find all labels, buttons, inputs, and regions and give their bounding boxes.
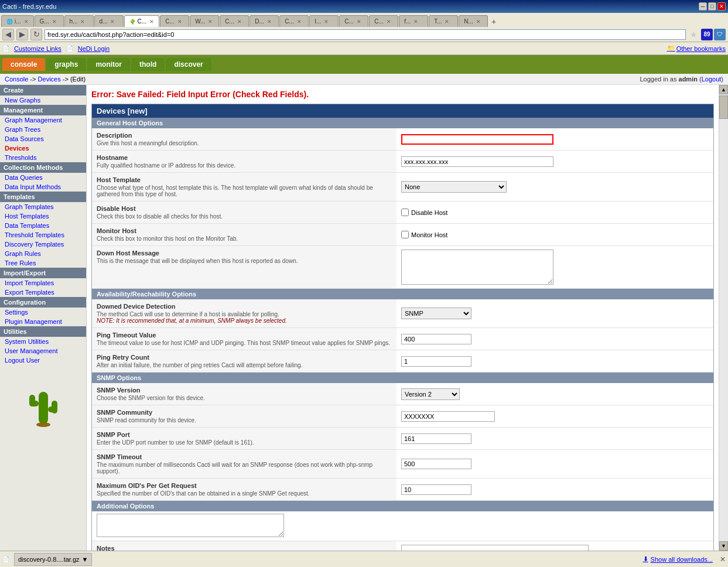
browser-tab-10[interactable]: I...✕ <box>309 15 339 27</box>
show-downloads-label: Show all downloads... <box>651 556 713 563</box>
browser-tab-13[interactable]: f...✕ <box>399 15 428 27</box>
down-host-message-textarea[interactable] <box>401 250 553 285</box>
notes-empty-textarea[interactable] <box>97 514 284 537</box>
scroll-up-button[interactable]: ▲ <box>719 85 728 94</box>
sidebar-item-thresholds[interactable]: Thresholds <box>0 153 86 162</box>
sidebar-item-data-queries[interactable]: Data Queries <box>0 173 86 182</box>
nav-tab-console[interactable]: console <box>2 58 45 71</box>
browser-tab-14[interactable]: T...✕ <box>429 15 458 27</box>
snmp-community-desc: SNMP read community for this device. <box>97 417 392 423</box>
sidebar-item-discovery-templates[interactable]: Discovery Templates <box>0 240 86 249</box>
other-bookmarks[interactable]: 📁 Other bookmarks <box>667 45 726 52</box>
downed-device-select[interactable]: SNMP <box>401 308 471 319</box>
scroll-thumb[interactable] <box>719 95 728 119</box>
sidebar-item-threshold-templates[interactable]: Threshold Templates <box>0 230 86 240</box>
disable-host-checkbox-label: Disable Host <box>411 209 447 216</box>
max-oids-field-cell <box>397 479 713 500</box>
bookmark-nedi[interactable]: NeDi Login <box>78 45 110 52</box>
new-tab-button[interactable]: + <box>488 16 499 27</box>
disable-host-checkbox[interactable] <box>401 209 409 216</box>
browser-tab-11[interactable]: C...✕ <box>339 15 368 27</box>
sidebar-item-graph-rules[interactable]: Graph Rules <box>0 249 86 258</box>
browser-frame: Cacti - fred.syr.edu ─ □ ✕ 🌐i...✕ G...✕ … <box>0 0 728 567</box>
bookmark-customize[interactable]: Customize Links <box>14 45 61 52</box>
ping-timeout-input[interactable] <box>401 334 471 344</box>
sidebar-item-system-utilities[interactable]: System Utilities <box>0 337 86 346</box>
address-input[interactable] <box>45 29 686 40</box>
close-button[interactable]: ✕ <box>717 2 726 11</box>
sidebar-item-tree-rules[interactable]: Tree Rules <box>0 258 86 268</box>
refresh-button[interactable]: ↻ <box>30 29 42 40</box>
ping-timeout-row: Ping Timeout Value The timeout value to … <box>92 328 713 350</box>
browser-tab-4[interactable]: 🌵C...✕ <box>124 15 160 27</box>
max-oids-input[interactable] <box>401 484 471 495</box>
nav-tab-thold[interactable]: thold <box>131 58 165 71</box>
host-template-select[interactable]: None <box>401 181 507 193</box>
browser-tab-1[interactable]: G...✕ <box>35 15 64 27</box>
sidebar-item-settings[interactable]: Settings <box>0 308 86 317</box>
status-close-icon[interactable]: ✕ <box>720 555 726 563</box>
logout-link[interactable]: Logout <box>702 76 722 83</box>
browser-tab-15[interactable]: N...✕ <box>459 15 488 27</box>
sidebar-item-user-management[interactable]: User Management <box>0 346 86 356</box>
breadcrumb-devices[interactable]: Devices <box>38 76 61 83</box>
browser-tab-12[interactable]: C...✕ <box>369 15 398 27</box>
sidebar-item-graph-trees[interactable]: Graph Trees <box>0 125 86 134</box>
hostname-input[interactable] <box>401 156 553 167</box>
sidebar-item-logout-user[interactable]: Logout User <box>0 356 86 365</box>
browser-tab-6[interactable]: W...✕ <box>190 15 219 27</box>
browser-tab-2[interactable]: h...✕ <box>64 15 94 27</box>
browser-tab-9[interactable]: C...✕ <box>279 15 309 27</box>
browser-tab-3[interactable]: d...✕ <box>94 15 124 27</box>
show-downloads-button[interactable]: ⬇ Show all downloads... <box>643 555 713 563</box>
nav-tab-discover[interactable]: discover <box>166 58 211 71</box>
sidebar-item-data-input[interactable]: Data Input Methods <box>0 182 86 192</box>
browser-tab-8[interactable]: D...✕ <box>249 15 279 27</box>
scroll-down-button[interactable]: ▼ <box>719 541 728 551</box>
title-text: Cacti - fred.syr.edu <box>2 3 56 10</box>
browser-tab-5[interactable]: C...✕ <box>160 15 189 27</box>
ping-retry-input[interactable] <box>401 356 471 367</box>
sidebar-item-devices[interactable]: Devices <box>0 144 86 153</box>
sidebar-item-import-templates[interactable]: Import Templates <box>0 278 86 288</box>
sidebar-item-data-templates[interactable]: Data Templates <box>0 221 86 230</box>
breadcrumb-console[interactable]: Console <box>5 76 28 83</box>
svg-rect-0 <box>39 392 48 424</box>
snmp-version-select[interactable]: Version 2 <box>401 388 460 400</box>
top-nav: console graphs monitor thold discover <box>0 55 728 74</box>
back-button[interactable]: ◀ <box>2 29 14 40</box>
description-input[interactable] <box>401 134 553 145</box>
browser-tab-0[interactable]: 🌐i...✕ <box>1 15 34 27</box>
ping-timeout-label-cell: Ping Timeout Value The timeout value to … <box>92 328 397 350</box>
sidebar-item-new-graphs[interactable]: New Graphs <box>0 95 86 105</box>
forward-button[interactable]: ▶ <box>16 29 28 40</box>
extension-icon-2[interactable]: 🛡 <box>714 29 726 40</box>
browser-tab-7[interactable]: C...✕ <box>220 15 249 27</box>
bookmark-star-icon[interactable]: ★ <box>688 29 699 40</box>
notes-label-cell: Notes Enter notes to this host. <box>92 541 397 551</box>
sidebar-item-graph-management[interactable]: Graph Management <box>0 115 86 125</box>
snmp-timeout-input[interactable] <box>401 459 471 469</box>
sidebar-item-export-templates[interactable]: Export Templates <box>0 288 86 297</box>
nav-tab-graphs[interactable]: graphs <box>46 58 86 71</box>
snmp-options-header: SNMP Options <box>92 373 713 383</box>
snmp-port-input[interactable] <box>401 433 471 444</box>
disable-host-row: Disable Host Check this box to disable a… <box>92 201 713 224</box>
monitor-host-checkbox[interactable] <box>401 231 409 238</box>
extension-icon-1[interactable]: 89 <box>701 29 713 40</box>
maximize-button[interactable]: □ <box>708 2 716 11</box>
minimize-button[interactable]: ─ <box>699 2 707 11</box>
snmp-community-input[interactable] <box>401 411 495 422</box>
sidebar-item-graph-templates[interactable]: Graph Templates <box>0 202 86 211</box>
hostname-desc: Fully qualified hostname or IP address f… <box>97 162 392 169</box>
down-host-field-cell <box>397 246 713 288</box>
disable-host-desc: Check this box to disable all checks for… <box>97 213 392 220</box>
sidebar-item-plugin-management[interactable]: Plugin Management <box>0 317 86 326</box>
sidebar-item-data-sources[interactable]: Data Sources <box>0 134 86 144</box>
notes-textarea[interactable] <box>401 545 589 551</box>
scrollbar[interactable]: ▲ ▼ <box>719 85 728 551</box>
snmp-timeout-label: SNMP Timeout <box>97 453 392 460</box>
nav-tab-monitor[interactable]: monitor <box>87 58 130 71</box>
hostname-row: Hostname Fully qualified hostname or IP … <box>92 151 713 173</box>
sidebar-item-host-templates[interactable]: Host Templates <box>0 211 86 221</box>
